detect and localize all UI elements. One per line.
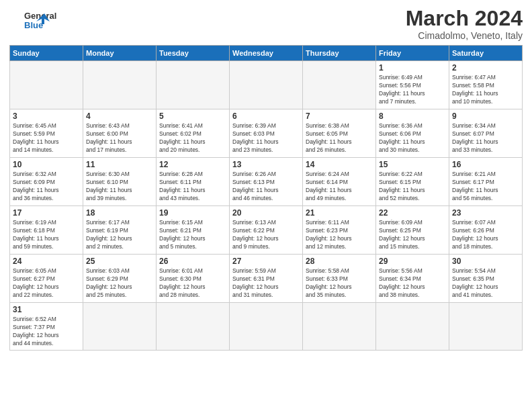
day-number: 20: [232, 208, 300, 218]
day-info: Sunrise: 6:47 AM Sunset: 5:58 PM Dayligh…: [452, 74, 519, 106]
table-row: [10, 61, 83, 109]
page: General Blue March 2024 Cimadolmo, Venet…: [0, 0, 532, 411]
day-number: 6: [232, 111, 300, 121]
day-number: 13: [232, 160, 300, 169]
table-row: 30Sunrise: 5:54 AM Sunset: 6:35 PM Dayli…: [449, 255, 523, 303]
day-info: Sunrise: 6:34 AM Sunset: 6:07 PM Dayligh…: [452, 122, 519, 154]
header-monday: Monday: [83, 46, 157, 61]
day-number: 2: [452, 63, 519, 73]
table-row: [157, 303, 230, 351]
table-row: 20Sunrise: 6:13 AM Sunset: 6:22 PM Dayli…: [230, 206, 303, 255]
day-info: Sunrise: 5:58 AM Sunset: 6:33 PM Dayligh…: [306, 267, 373, 300]
calendar-week-row: 17Sunrise: 6:19 AM Sunset: 6:18 PM Dayli…: [10, 206, 523, 255]
header-wednesday: Wednesday: [230, 46, 303, 61]
header: General Blue March 2024 Cimadolmo, Venet…: [9, 7, 523, 41]
table-row: 31Sunrise: 6:52 AM Sunset: 7:37 PM Dayli…: [10, 303, 83, 351]
day-number: 26: [159, 257, 226, 266]
table-row: 5Sunrise: 6:41 AM Sunset: 6:02 PM Daylig…: [157, 109, 230, 158]
calendar-week-row: 3Sunrise: 6:45 AM Sunset: 5:59 PM Daylig…: [10, 109, 523, 158]
table-row: 21Sunrise: 6:11 AM Sunset: 6:23 PM Dayli…: [303, 206, 376, 255]
table-row: 18Sunrise: 6:17 AM Sunset: 6:19 PM Dayli…: [83, 206, 157, 255]
day-info: Sunrise: 6:36 AM Sunset: 6:06 PM Dayligh…: [379, 122, 446, 154]
day-number: 18: [86, 208, 153, 218]
table-row: 28Sunrise: 5:58 AM Sunset: 6:33 PM Dayli…: [303, 255, 376, 303]
table-row: [157, 61, 230, 109]
day-number: 7: [306, 111, 373, 121]
table-row: 7Sunrise: 6:38 AM Sunset: 6:05 PM Daylig…: [303, 109, 376, 158]
day-info: Sunrise: 6:41 AM Sunset: 6:02 PM Dayligh…: [159, 122, 226, 154]
table-row: [303, 61, 376, 109]
calendar-week-row: 24Sunrise: 6:05 AM Sunset: 6:27 PM Dayli…: [10, 255, 523, 303]
day-number: 12: [159, 160, 226, 169]
day-number: 15: [379, 160, 446, 169]
day-number: 4: [86, 111, 153, 121]
svg-text:Blue: Blue: [24, 20, 43, 30]
table-row: 24Sunrise: 6:05 AM Sunset: 6:27 PM Dayli…: [10, 255, 83, 303]
day-number: 5: [159, 111, 226, 121]
table-row: 15Sunrise: 6:22 AM Sunset: 6:15 PM Dayli…: [376, 158, 449, 206]
table-row: 13Sunrise: 6:26 AM Sunset: 6:13 PM Dayli…: [230, 158, 303, 206]
table-row: [230, 303, 303, 351]
day-number: 29: [379, 257, 446, 266]
calendar-week-row: 31Sunrise: 6:52 AM Sunset: 7:37 PM Dayli…: [10, 303, 523, 351]
day-info: Sunrise: 6:17 AM Sunset: 6:19 PM Dayligh…: [86, 219, 153, 251]
day-info: Sunrise: 5:54 AM Sunset: 6:35 PM Dayligh…: [452, 267, 519, 300]
day-number: 10: [13, 160, 80, 169]
day-info: Sunrise: 5:59 AM Sunset: 6:31 PM Dayligh…: [232, 267, 300, 300]
month-title: March 2024: [406, 7, 523, 30]
day-number: 30: [452, 257, 519, 266]
logo-icon: General Blue: [9, 7, 63, 34]
day-info: Sunrise: 6:43 AM Sunset: 6:00 PM Dayligh…: [86, 122, 153, 154]
logo: General Blue: [9, 7, 63, 34]
table-row: 10Sunrise: 6:32 AM Sunset: 6:09 PM Dayli…: [10, 158, 83, 206]
day-info: Sunrise: 6:09 AM Sunset: 6:25 PM Dayligh…: [379, 219, 446, 251]
calendar-week-row: 10Sunrise: 6:32 AM Sunset: 6:09 PM Dayli…: [10, 158, 523, 206]
table-row: 16Sunrise: 6:21 AM Sunset: 6:17 PM Dayli…: [449, 158, 523, 206]
day-info: Sunrise: 6:01 AM Sunset: 6:30 PM Dayligh…: [159, 267, 226, 300]
table-row: [230, 61, 303, 109]
day-info: Sunrise: 6:03 AM Sunset: 6:29 PM Dayligh…: [86, 267, 153, 300]
table-row: [449, 303, 523, 351]
day-number: 11: [86, 160, 153, 169]
header-sunday: Sunday: [10, 46, 83, 61]
day-number: 25: [86, 257, 153, 266]
day-number: 1: [379, 63, 446, 73]
day-number: 31: [13, 305, 80, 314]
table-row: 14Sunrise: 6:24 AM Sunset: 6:14 PM Dayli…: [303, 158, 376, 206]
table-row: [83, 61, 157, 109]
day-number: 27: [232, 257, 300, 266]
day-info: Sunrise: 6:13 AM Sunset: 6:22 PM Dayligh…: [232, 219, 300, 251]
table-row: [83, 303, 157, 351]
day-info: Sunrise: 6:32 AM Sunset: 6:09 PM Dayligh…: [13, 171, 80, 203]
header-thursday: Thursday: [303, 46, 376, 61]
table-row: 4Sunrise: 6:43 AM Sunset: 6:00 PM Daylig…: [83, 109, 157, 158]
day-info: Sunrise: 6:49 AM Sunset: 5:56 PM Dayligh…: [379, 74, 446, 106]
day-info: Sunrise: 6:05 AM Sunset: 6:27 PM Dayligh…: [13, 267, 80, 300]
day-info: Sunrise: 6:45 AM Sunset: 5:59 PM Dayligh…: [13, 122, 80, 154]
table-row: [303, 303, 376, 351]
table-row: 17Sunrise: 6:19 AM Sunset: 6:18 PM Dayli…: [10, 206, 83, 255]
day-info: Sunrise: 6:30 AM Sunset: 6:10 PM Dayligh…: [86, 171, 153, 203]
table-row: 12Sunrise: 6:28 AM Sunset: 6:11 PM Dayli…: [157, 158, 230, 206]
day-number: 17: [13, 208, 80, 218]
table-row: 6Sunrise: 6:39 AM Sunset: 6:03 PM Daylig…: [230, 109, 303, 158]
title-block: March 2024 Cimadolmo, Veneto, Italy: [406, 7, 523, 41]
day-info: Sunrise: 6:52 AM Sunset: 7:37 PM Dayligh…: [13, 316, 80, 348]
table-row: 3Sunrise: 6:45 AM Sunset: 5:59 PM Daylig…: [10, 109, 83, 158]
table-row: 29Sunrise: 5:56 AM Sunset: 6:34 PM Dayli…: [376, 255, 449, 303]
day-number: 24: [13, 257, 80, 266]
day-number: 8: [379, 111, 446, 121]
table-row: 26Sunrise: 6:01 AM Sunset: 6:30 PM Dayli…: [157, 255, 230, 303]
day-info: Sunrise: 6:38 AM Sunset: 6:05 PM Dayligh…: [306, 122, 373, 154]
subtitle: Cimadolmo, Veneto, Italy: [406, 30, 523, 41]
day-info: Sunrise: 6:11 AM Sunset: 6:23 PM Dayligh…: [306, 219, 373, 251]
day-number: 23: [452, 208, 519, 218]
day-number: 22: [379, 208, 446, 218]
table-row: 8Sunrise: 6:36 AM Sunset: 6:06 PM Daylig…: [376, 109, 449, 158]
day-info: Sunrise: 6:26 AM Sunset: 6:13 PM Dayligh…: [232, 171, 300, 203]
day-info: Sunrise: 6:19 AM Sunset: 6:18 PM Dayligh…: [13, 219, 80, 251]
day-info: Sunrise: 6:39 AM Sunset: 6:03 PM Dayligh…: [232, 122, 300, 154]
day-number: 3: [13, 111, 80, 121]
day-number: 9: [452, 111, 519, 121]
table-row: 22Sunrise: 6:09 AM Sunset: 6:25 PM Dayli…: [376, 206, 449, 255]
